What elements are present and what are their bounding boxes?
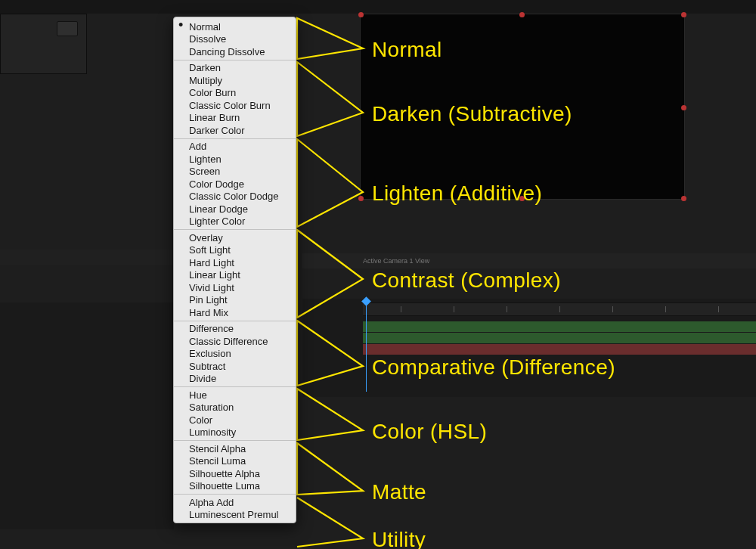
menu-item-color-burn[interactable]: Color Burn [174,87,296,100]
bg-toolbar-label: Active Camera 1 View [363,257,429,265]
menu-group-matte: Stencil AlphaStencil LumaSilhouette Alph… [174,441,296,494]
menu-group-darken: DarkenMultiplyColor BurnClassic Color Bu… [174,60,296,138]
menu-item-pin-light[interactable]: Pin Light [174,294,296,307]
menu-item-luminescent-premul[interactable]: Luminescent Premul [174,509,296,522]
menu-item-alpha-add[interactable]: Alpha Add [174,496,296,509]
annotation-color: Color (HSL) [372,420,487,444]
menu-item-normal[interactable]: Normal [174,20,296,33]
menu-item-lighter-color[interactable]: Lighter Color [174,216,296,228]
menu-item-multiply[interactable]: Multiply [174,74,296,87]
menu-item-color[interactable]: Color [174,414,296,426]
menu-item-luminosity[interactable]: Luminosity [174,426,296,439]
menu-item-silhouette-alpha[interactable]: Silhouette Alpha [174,467,296,480]
menu-item-lighten[interactable]: Lighten [174,153,296,166]
annotation-lighten: Lighten (Additive) [372,181,542,206]
menu-item-classic-difference[interactable]: Classic Difference [174,335,296,348]
menu-item-silhouette-luma[interactable]: Silhouette Luma [174,480,296,493]
menu-item-dissolve[interactable]: Dissolve [174,33,296,46]
annotation-normal: Normal [372,38,442,62]
menu-group-utility: Alpha AddLuminescent Premul [174,495,296,523]
bg-footer-strip [0,250,174,265]
menu-group-contrast: OverlaySoft LightHard LightLinear LightV… [174,230,296,321]
menu-item-overlay[interactable]: Overlay [174,231,296,244]
bg-timeline-left [0,302,174,529]
bg-view-toolbar: Active Camera 1 View [302,253,756,268]
annotation-contrast: Contrast (Complex) [372,268,561,293]
menu-item-soft-light[interactable]: Soft Light [174,244,296,257]
annotation-utility: Utility [372,528,426,549]
menu-item-subtract[interactable]: Subtract [174,360,296,373]
menu-item-saturation[interactable]: Saturation [174,402,296,414]
menu-group-compare: DifferenceClassic DifferenceExclusionSub… [174,321,296,387]
menu-item-hard-light[interactable]: Hard Light [174,256,296,269]
bg-topbar [0,0,756,14]
menu-item-color-dodge[interactable]: Color Dodge [174,178,296,191]
bg-layer-track [363,333,756,343]
menu-item-darken[interactable]: Darken [174,62,296,75]
menu-item-add[interactable]: Add [174,141,296,154]
menu-item-classic-color-burn[interactable]: Classic Color Burn [174,99,296,112]
bg-layer-track [363,344,756,355]
bg-panel-button [57,21,78,36]
menu-item-vivid-light[interactable]: Vivid Light [174,281,296,294]
annotation-compare: Comparative (Difference) [372,355,615,380]
menu-item-linear-burn[interactable]: Linear Burn [174,112,296,125]
menu-item-classic-color-dodge[interactable]: Classic Color Dodge [174,191,296,203]
menu-item-darker-color[interactable]: Darker Color [174,124,296,137]
menu-item-hard-mix[interactable]: Hard Mix [174,306,296,319]
menu-item-stencil-alpha[interactable]: Stencil Alpha [174,442,296,455]
annotation-matte: Matte [372,480,426,504]
menu-item-divide[interactable]: Divide [174,373,296,386]
menu-group-lighten: AddLightenScreenColor DodgeClassic Color… [174,139,296,230]
bg-playhead [366,301,367,392]
annotation-darken: Darken (Subtractive) [372,102,572,126]
menu-item-stencil-luma[interactable]: Stencil Luma [174,455,296,468]
menu-item-dancing-dissolve[interactable]: Dancing Dissolve [174,45,296,58]
bg-time-ruler [363,302,756,316]
menu-item-linear-light[interactable]: Linear Light [174,269,296,282]
menu-item-hue[interactable]: Hue [174,389,296,402]
menu-group-color: HueSaturationColorLuminosity [174,387,296,440]
menu-item-exclusion[interactable]: Exclusion [174,348,296,361]
bg-layer-track [363,321,756,332]
blend-mode-menu[interactable]: NormalDissolveDancing DissolveDarkenMult… [173,17,296,523]
menu-group-normal: NormalDissolveDancing Dissolve [174,19,296,60]
menu-item-screen[interactable]: Screen [174,166,296,178]
menu-item-linear-dodge[interactable]: Linear Dodge [174,203,296,216]
menu-item-difference[interactable]: Difference [174,323,296,336]
